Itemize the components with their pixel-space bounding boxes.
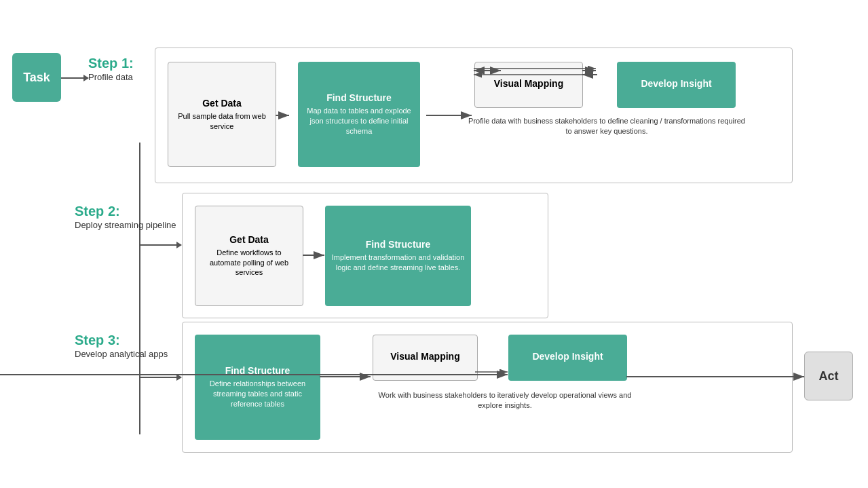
step3-find-structure-box: Find Structure Define relationships betw… <box>195 335 320 440</box>
step2-get-data-desc: Define workflows to automate polling of … <box>201 248 297 278</box>
step2-find-structure-title: Find Structure <box>366 239 431 250</box>
task-box: Task <box>12 53 61 102</box>
step2-get-data-box: Get Data Define workflows to automate po… <box>195 206 303 306</box>
arrow-to-step2 <box>140 244 181 246</box>
step1-desc: Profile data <box>88 71 134 83</box>
step3-develop-insight-title: Develop Insight <box>532 351 603 362</box>
step2-find-structure-desc: Implement transformation and validation … <box>331 252 466 273</box>
act-box: Act <box>804 352 853 400</box>
step1-title: Step 1: <box>88 56 134 71</box>
step1-develop-insight-box: Develop Insight <box>617 62 736 108</box>
step3-desc-text: Work with business stakeholders to itera… <box>366 390 644 411</box>
step3-title: Step 3: <box>75 333 168 348</box>
arrow-to-step3 <box>140 377 181 378</box>
diagram-container: Task Step 1: Profile data Get Data Pull … <box>0 0 868 488</box>
step1-develop-insight-title: Develop Insight <box>641 78 711 89</box>
step3-label: Step 3: Develop analytical apps <box>75 333 168 360</box>
step1-find-structure-box: Find Structure Map data to tables and ex… <box>298 62 420 167</box>
step3-visual-mapping-box: Visual Mapping <box>373 335 478 381</box>
step1-get-data-title: Get Data <box>202 98 242 109</box>
step3-visual-mapping-title: Visual Mapping <box>390 351 459 362</box>
step3-find-structure-title: Find Structure <box>225 365 290 376</box>
step2-title: Step 2: <box>75 204 176 219</box>
vert-connector-line <box>139 143 140 434</box>
step2-container: Get Data Define workflows to automate po… <box>182 193 548 318</box>
step1-visual-mapping-box: Visual Mapping <box>474 62 583 108</box>
step1-find-structure-desc: Map data to tables and explode json stru… <box>303 106 415 136</box>
step1-find-structure-title: Find Structure <box>326 92 392 103</box>
step1-visual-mapping-title: Visual Mapping <box>494 78 563 89</box>
step1-get-data-box: Get Data Pull sample data from web servi… <box>168 62 276 167</box>
step3-container: Find Structure Define relationships betw… <box>182 322 793 453</box>
step3-desc: Develop analytical apps <box>75 348 168 360</box>
step2-find-structure-box: Find Structure Implement transformation … <box>325 206 471 306</box>
step3-find-structure-desc: Define relationships between streaming t… <box>200 379 315 409</box>
act-label: Act <box>818 369 838 383</box>
step2-label: Step 2: Deploy streaming pipeline <box>75 204 176 231</box>
step1-desc-text: Profile data with business stakeholders … <box>468 116 746 137</box>
step2-get-data-title: Get Data <box>229 234 269 245</box>
step2-desc: Deploy streaming pipeline <box>75 219 176 231</box>
step1-container: Get Data Pull sample data from web servi… <box>155 48 793 183</box>
step3-develop-insight-box: Develop Insight <box>508 335 627 381</box>
task-label: Task <box>23 71 50 85</box>
step1-get-data-desc: Pull sample data from web service <box>174 111 270 132</box>
step1-label: Step 1: Profile data <box>88 56 134 83</box>
arrow-task-step1 <box>61 77 88 79</box>
